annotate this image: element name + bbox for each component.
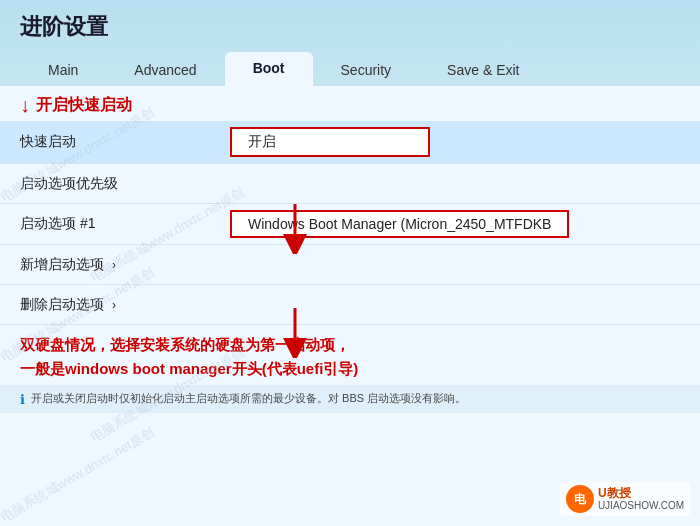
- tab-save-exit[interactable]: Save & Exit: [419, 54, 547, 86]
- bios-window: 进阶设置 Main Advanced Boot Security Save & …: [0, 0, 700, 526]
- tab-main[interactable]: Main: [20, 54, 106, 86]
- annotation-top-area: ↓ 开启快速启动: [0, 86, 700, 121]
- annotation-bottom-line2: 一般是windows boot manager开头(代表uefi引导): [20, 357, 680, 381]
- boot-option-1-value: Windows Boot Manager (Micron_2450_MTFDKB: [220, 204, 700, 244]
- settings-table: 快速启动 开启 启动选项优先级 启动选项 #1 Windows Boot Man…: [0, 121, 700, 325]
- logo-sub-text: UJIAOSHOW.COM: [598, 500, 684, 512]
- add-boot-label: 新增启动选项 ›: [0, 248, 220, 282]
- logo-main-text: U教授: [598, 486, 684, 500]
- annotation-top-text: ↓ 开启快速启动: [20, 94, 680, 117]
- annotation-bottom-text: 双硬盘情况，选择安装系统的硬盘为第一启动项， 一般是windows boot m…: [20, 333, 680, 381]
- boot-option-1-row[interactable]: 启动选项 #1 Windows Boot Manager (Micron_245…: [0, 204, 700, 245]
- fast-boot-value-box[interactable]: 开启: [230, 127, 430, 157]
- boot-priority-label: 启动选项优先级: [0, 167, 220, 201]
- logo-icon: 电: [566, 485, 594, 513]
- info-icon: ℹ: [20, 392, 25, 407]
- delete-boot-label: 删除启动选项 ›: [0, 288, 220, 322]
- annotation-bottom-area: 双硬盘情况，选择安装系统的硬盘为第一启动项， 一般是windows boot m…: [0, 325, 700, 385]
- logo-text: U教授 UJIAOSHOW.COM: [598, 486, 684, 512]
- annotation-arrow-top-icon: ↓: [20, 94, 30, 117]
- boot-option-1-label: 启动选项 #1: [0, 207, 220, 241]
- boot-priority-value: [220, 178, 700, 190]
- tab-bar: Main Advanced Boot Security Save & Exit: [20, 52, 680, 86]
- bios-content: 电脑系统城www.dnxtc.net原创 电脑系统城www.dnxtc.net原…: [0, 86, 700, 526]
- bios-header: 进阶设置 Main Advanced Boot Security Save & …: [0, 0, 700, 86]
- tab-security[interactable]: Security: [313, 54, 420, 86]
- boot-option-1-value-box[interactable]: Windows Boot Manager (Micron_2450_MTFDKB: [230, 210, 569, 238]
- footer-note: ℹ 开启或关闭启动时仅初始化启动主启动选项所需的最少设备。对 BBS 启动选项没…: [0, 385, 700, 413]
- tab-advanced[interactable]: Advanced: [106, 54, 224, 86]
- tab-boot[interactable]: Boot: [225, 52, 313, 86]
- fast-boot-row[interactable]: 快速启动 开启: [0, 121, 700, 164]
- footer-note-text: 开启或关闭启动时仅初始化启动主启动选项所需的最少设备。对 BBS 启动选项没有影…: [31, 391, 466, 406]
- delete-boot-chevron-icon: ›: [112, 298, 116, 312]
- add-boot-chevron-icon: ›: [112, 258, 116, 272]
- annotation-bottom-line1: 双硬盘情况，选择安装系统的硬盘为第一启动项，: [20, 333, 680, 357]
- page-title: 进阶设置: [20, 12, 680, 42]
- fast-boot-value: 开启: [220, 121, 700, 163]
- boot-priority-row[interactable]: 启动选项优先级: [0, 164, 700, 204]
- logo-icon-char: 电: [574, 491, 586, 508]
- delete-boot-option-row[interactable]: 删除启动选项 ›: [0, 285, 700, 325]
- logo-area: 电 U教授 UJIAOSHOW.COM: [560, 482, 690, 516]
- fast-boot-label: 快速启动: [0, 125, 220, 159]
- add-boot-option-row[interactable]: 新增启动选项 ›: [0, 245, 700, 285]
- annotation-top-label: 开启快速启动: [36, 95, 132, 116]
